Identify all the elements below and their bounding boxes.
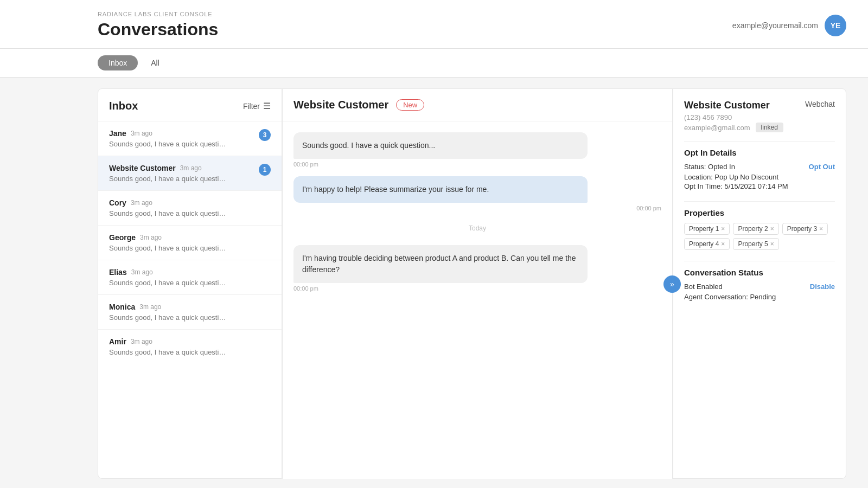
properties-section: Properties Property 1 × Property 2 × Pro…: [684, 208, 835, 250]
opt-time: Opt In Time: 5/15/2021 07:14 PM: [684, 182, 835, 190]
tab-inbox[interactable]: Inbox: [98, 55, 138, 70]
message-bubble: I'm having trouble deciding between prod…: [293, 245, 588, 283]
date-divider: Today: [293, 224, 661, 232]
message-3: I'm having trouble deciding between prod…: [293, 245, 661, 292]
conv-status-title: Conversation Status: [684, 268, 835, 277]
property-tag-2: Property 2 ×: [733, 223, 778, 235]
conv-time: 3m ago: [140, 234, 162, 241]
conv-time: 3m ago: [180, 164, 202, 172]
conv-name: Monica: [109, 303, 135, 311]
property-tag-3: Property 3 ×: [782, 223, 828, 235]
conv-item-cory[interactable]: Cory 3m ago Sounds good, I have a quick …: [98, 190, 282, 225]
opt-in-section-title: Opt In Details: [684, 148, 835, 157]
detail-phone: (123) 456 7890: [684, 113, 835, 121]
property-label: Property 3: [787, 225, 817, 233]
divider: [684, 261, 835, 261]
property-label: Property 1: [689, 225, 719, 233]
detail-email-row: example@gmail.com linked: [684, 123, 835, 132]
page-title: Conversations: [98, 20, 218, 40]
chat-header: Website Customer New: [283, 89, 672, 121]
tab-all[interactable]: All: [140, 55, 170, 70]
chat-panel: Website Customer New Sounds good. I have…: [282, 88, 673, 479]
opt-status-row: Status: Opted In Opt Out: [684, 163, 835, 171]
conv-time: 3m ago: [131, 338, 152, 345]
conv-preview: Sounds good, I have a quick question...: [109, 175, 228, 183]
conv-time: 3m ago: [139, 303, 161, 311]
conv-preview: Sounds good, I have a quick question...: [109, 209, 228, 217]
divider: [684, 201, 835, 202]
filter-button[interactable]: Filter ☰: [243, 101, 271, 111]
opt-out-button[interactable]: Opt Out: [809, 163, 835, 171]
conv-preview: Sounds good, I have a quick question...: [109, 244, 228, 252]
message-1: Sounds good. I have a quick question... …: [293, 132, 661, 168]
header-left: RADIANCE LABS CLIENT CONSOLE Conversatio…: [98, 11, 218, 40]
detail-email: example@gmail.com: [684, 124, 750, 132]
bot-enabled-row: Bot Enabled Disable: [684, 282, 835, 291]
property-remove-button[interactable]: ×: [721, 226, 725, 232]
header: RADIANCE LABS CLIENT CONSOLE Conversatio…: [0, 0, 868, 49]
expand-button[interactable]: »: [663, 275, 681, 293]
conv-item-jane[interactable]: Jane 3m ago Sounds good, I have a quick …: [98, 121, 282, 156]
chat-customer-name: Website Customer: [293, 99, 388, 111]
conv-time: 3m ago: [131, 199, 152, 207]
conv-time: 3m ago: [131, 130, 152, 137]
message-time: 00:00 pm: [293, 205, 661, 211]
conv-name: Website Customer: [109, 164, 176, 172]
user-email: example@youremail.com: [732, 21, 818, 30]
conv-preview: Sounds good, I have a quick question...: [109, 348, 228, 356]
chat-messages: Sounds good. I have a quick question... …: [283, 121, 672, 479]
properties-grid: Property 1 × Property 2 × Property 3 × P…: [684, 223, 835, 250]
message-bubble: I'm happy to help! Please summarize your…: [293, 176, 588, 203]
conv-name: Amir: [109, 337, 126, 346]
conv-name: George: [109, 233, 136, 242]
main: Inbox Filter ☰ Jane 3m ago Sounds good, …: [0, 78, 868, 479]
unread-badge: 1: [259, 164, 271, 176]
message-time: 00:00 pm: [293, 161, 661, 168]
property-tag-4: Property 4 ×: [684, 238, 730, 250]
divider: [684, 141, 835, 142]
property-label: Property 5: [738, 240, 768, 248]
unread-badge: 3: [259, 129, 271, 141]
bot-enabled-label: Bot Enabled: [684, 282, 723, 291]
filter-icon: ☰: [263, 101, 271, 111]
new-badge: New: [396, 99, 424, 111]
conv-item-website-customer[interactable]: Website Customer 3m ago Sounds good, I h…: [98, 156, 282, 190]
property-tag-1: Property 1 ×: [684, 223, 730, 235]
opt-location: Location: Pop Up No Discount: [684, 173, 835, 181]
message-time: 00:00 pm: [293, 285, 661, 292]
linked-badge: linked: [756, 123, 783, 132]
conv-time: 3m ago: [131, 268, 153, 276]
detail-panel: Website Customer Webchat (123) 456 7890 …: [673, 88, 846, 479]
conv-name: Jane: [109, 129, 126, 138]
conv-preview: Sounds good, I have a quick question...: [109, 279, 228, 287]
detail-header: Website Customer Webchat: [684, 100, 835, 111]
property-remove-button[interactable]: ×: [770, 226, 774, 232]
conv-item-george[interactable]: George 3m ago Sounds good, I have a quic…: [98, 225, 282, 260]
opt-status: Status: Opted In: [684, 163, 735, 171]
property-remove-button[interactable]: ×: [770, 241, 774, 247]
agent-conv-label: Agent Conversation: Pending: [684, 293, 835, 301]
conv-item-monica[interactable]: Monica 3m ago Sounds good, I have a quic…: [98, 294, 282, 329]
property-label: Property 2: [738, 225, 768, 233]
conv-item-amir[interactable]: Amir 3m ago Sounds good, I have a quick …: [98, 329, 282, 364]
disable-button[interactable]: Disable: [810, 282, 835, 291]
inbox-panel: Inbox Filter ☰ Jane 3m ago Sounds good, …: [98, 88, 282, 479]
inbox-title: Inbox: [109, 100, 138, 112]
opt-in-section: Opt In Details Status: Opted In Opt Out …: [684, 148, 835, 190]
tab-bar: Inbox All: [0, 49, 868, 78]
conv-preview: Sounds good, I have a quick question...: [109, 313, 228, 322]
filter-label: Filter: [243, 102, 260, 111]
header-right: example@youremail.com YE: [732, 15, 846, 36]
conv-name: Cory: [109, 198, 126, 207]
property-label: Property 4: [689, 240, 719, 248]
avatar[interactable]: YE: [825, 15, 846, 36]
detail-customer-name: Website Customer: [684, 100, 770, 111]
property-remove-button[interactable]: ×: [721, 241, 725, 247]
conv-status-section: Conversation Status Bot Enabled Disable …: [684, 268, 835, 301]
message-2: I'm happy to help! Please summarize your…: [293, 176, 661, 211]
conv-name: Elias: [109, 268, 127, 277]
detail-channel: Webchat: [805, 100, 835, 108]
property-tag-5: Property 5 ×: [733, 238, 778, 250]
property-remove-button[interactable]: ×: [819, 226, 823, 232]
conv-item-elias[interactable]: Elias 3m ago Sounds good, I have a quick…: [98, 260, 282, 294]
